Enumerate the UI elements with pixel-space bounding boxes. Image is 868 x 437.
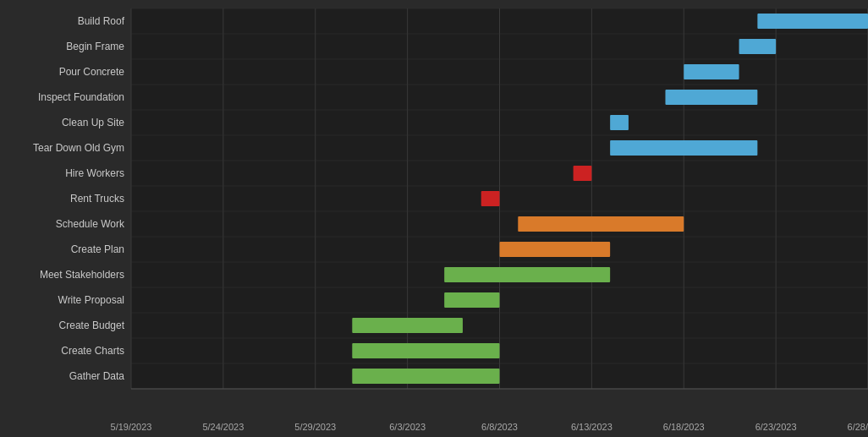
svg-text:Gather Data: Gather Data <box>69 370 125 382</box>
svg-text:Meet Stakeholders: Meet Stakeholders <box>40 269 124 281</box>
svg-rect-52 <box>481 191 500 206</box>
svg-rect-58 <box>444 267 610 282</box>
gantt-chart-container: 5/19/20235/24/20235/29/20236/3/20236/8/2… <box>0 0 868 437</box>
svg-text:Clean Up Site: Clean Up Site <box>62 117 124 128</box>
svg-text:Create Charts: Create Charts <box>61 345 124 357</box>
svg-text:Build Roof: Build Roof <box>78 15 125 27</box>
gantt-svg: 5/19/20235/24/20235/29/20236/3/20236/8/2… <box>0 0 868 437</box>
svg-text:Schedule Work: Schedule Work <box>56 218 125 230</box>
svg-rect-46 <box>610 115 629 130</box>
svg-rect-42 <box>684 64 739 79</box>
svg-text:Tear Down Old Gym: Tear Down Old Gym <box>33 142 124 154</box>
svg-text:6/23/2023: 6/23/2023 <box>755 422 797 432</box>
svg-text:Begin Frame: Begin Frame <box>66 41 124 52</box>
svg-rect-56 <box>500 242 611 257</box>
svg-text:5/19/2023: 5/19/2023 <box>111 422 152 432</box>
svg-rect-38 <box>757 14 868 29</box>
svg-rect-44 <box>665 90 757 105</box>
svg-rect-60 <box>444 292 499 308</box>
svg-rect-54 <box>518 216 684 232</box>
svg-text:6/18/2023: 6/18/2023 <box>663 422 705 432</box>
svg-text:6/8/2023: 6/8/2023 <box>481 422 518 432</box>
svg-text:Hire Workers: Hire Workers <box>65 167 124 179</box>
svg-rect-48 <box>610 140 757 156</box>
svg-rect-62 <box>352 318 463 333</box>
svg-text:6/3/2023: 6/3/2023 <box>389 422 426 432</box>
svg-rect-40 <box>739 39 777 54</box>
svg-rect-50 <box>574 166 592 181</box>
svg-text:Inspect Foundation: Inspect Foundation <box>38 91 124 103</box>
svg-text:6/13/2023: 6/13/2023 <box>571 422 613 432</box>
svg-text:Create Plan: Create Plan <box>71 243 124 255</box>
svg-rect-66 <box>352 369 499 384</box>
svg-text:5/29/2023: 5/29/2023 <box>294 422 336 432</box>
svg-rect-64 <box>352 343 499 358</box>
svg-text:6/28/2023: 6/28/2023 <box>848 422 868 432</box>
svg-text:Create Budget: Create Budget <box>59 320 125 331</box>
svg-text:5/24/2023: 5/24/2023 <box>202 422 244 432</box>
svg-text:Rent Trucks: Rent Trucks <box>70 193 124 205</box>
svg-text:Write Proposal: Write Proposal <box>58 294 124 306</box>
svg-text:Pour Concrete: Pour Concrete <box>59 66 125 78</box>
